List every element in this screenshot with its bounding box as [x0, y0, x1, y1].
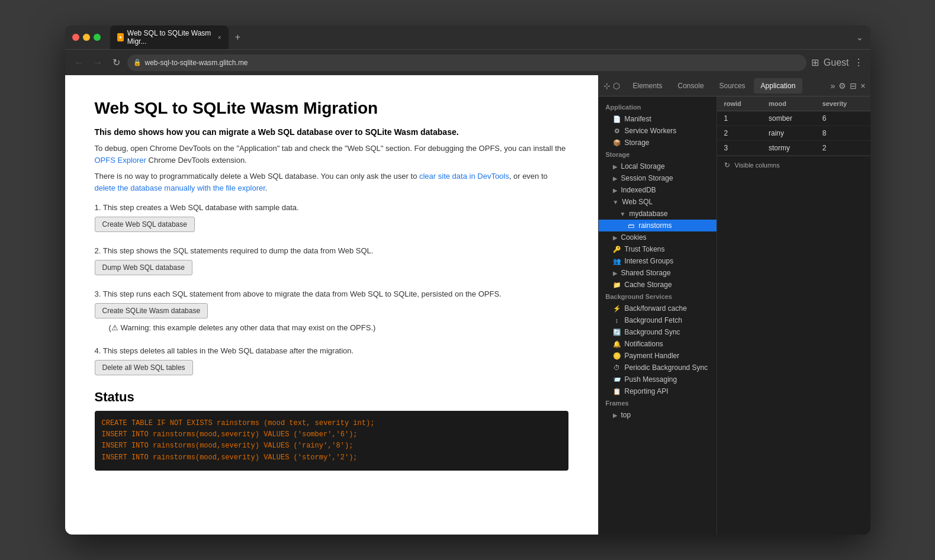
sidebar-item-label: mydatabase	[629, 210, 667, 218]
devtools-close-icon[interactable]: ×	[860, 81, 865, 91]
sidebar-item-session-storage[interactable]: ▶Session Storage	[599, 172, 716, 184]
table-row[interactable]: 1 somber 6	[717, 111, 870, 126]
opfs-link[interactable]: OPFS Explorer	[95, 156, 146, 165]
sidebar-item-push-messaging[interactable]: 📨Push Messaging	[599, 374, 716, 385]
tab-elements[interactable]: Elements	[626, 78, 670, 94]
item-icon: 📁	[613, 281, 621, 289]
item-icon: 👥	[613, 257, 621, 265]
cell-mood: somber	[762, 111, 815, 126]
step-button-1[interactable]: Dump Web SQL database	[95, 260, 192, 275]
sidebar-item-local-storage[interactable]: ▶Local Storage	[599, 160, 716, 172]
sidebar-item-rainstorms[interactable]: 🗃rainstorms	[599, 220, 716, 231]
traffic-lights	[72, 34, 101, 41]
browser-window: ✦ Web SQL to SQLite Wasm Migr... × + ⌄ ←…	[65, 25, 870, 535]
steps-list: 1. This step creates a Web SQL database …	[95, 203, 568, 375]
extensions-icon[interactable]: ⊞	[811, 57, 819, 68]
step-description: 1. This step creates a Web SQL database …	[95, 203, 568, 212]
delete-paragraph: There is no way to programmatically dele…	[95, 170, 568, 194]
table-header-row: rowid mood severity	[717, 96, 870, 111]
sidebar-item-interest-groups[interactable]: 👥Interest Groups	[599, 255, 716, 267]
tab-application[interactable]: Application	[754, 78, 803, 94]
sidebar-item-shared-storage[interactable]: ▶Shared Storage	[599, 267, 716, 279]
step-button-3[interactable]: Delete all Web SQL tables	[95, 360, 193, 375]
sidebar-item-top[interactable]: ▶top	[599, 409, 716, 421]
step-button-2[interactable]: Create SQLite Wasm database	[95, 303, 208, 318]
omnibar: ← → ↻ 🔒 web-sql-to-sqlite-wasm.glitch.me…	[65, 49, 870, 75]
cell-rowid: 1	[717, 111, 762, 126]
sidebar-item-label: Periodic Background Sync	[625, 363, 708, 372]
item-icon: ⚙	[613, 127, 621, 135]
step-button-0[interactable]: Create Web SQL database	[95, 217, 195, 232]
sidebar-item-web-sql[interactable]: ▼Web SQL	[599, 196, 716, 208]
item-icon: 🔔	[613, 340, 621, 348]
sidebar-item-back/forward-cache[interactable]: ⚡Back/forward cache	[599, 302, 716, 314]
tab-sources[interactable]: Sources	[712, 78, 753, 94]
clear-site-data-link[interactable]: clear site data in DevTools	[419, 172, 509, 181]
tab-close-button[interactable]: ×	[218, 34, 221, 41]
minimize-traffic-light[interactable]	[83, 34, 90, 41]
sidebar-section-header: Background Services	[599, 291, 716, 302]
sidebar-item-label: Session Storage	[621, 174, 673, 182]
item-icon: ↕	[613, 316, 621, 324]
sidebar-item-label: Trust Tokens	[625, 245, 665, 253]
address-bar[interactable]: 🔒 web-sql-to-sqlite-wasm.glitch.me	[127, 54, 807, 71]
col-rowid: rowid	[717, 96, 762, 111]
delete-text1: There is no way to programmatically dele…	[95, 172, 419, 181]
sidebar-item-label: Storage	[625, 139, 650, 147]
forward-button[interactable]: →	[91, 55, 105, 70]
sidebar-item-background-sync[interactable]: 🔄Background Sync	[599, 326, 716, 338]
menu-icon[interactable]: ⋮	[854, 57, 863, 68]
table-row[interactable]: 2 rainy 8	[717, 126, 870, 141]
sidebar-item-label: Local Storage	[621, 162, 665, 170]
devtools-bottom-bar: ↻ Visible columns	[717, 156, 870, 174]
sidebar-item-storage[interactable]: 📦Storage	[599, 137, 716, 149]
sidebar-item-label: rainstorms	[639, 221, 672, 230]
maximize-traffic-light[interactable]	[94, 34, 101, 41]
sidebar-item-cookies[interactable]: ▶Cookies	[599, 231, 716, 243]
debug-text1: To debug, open Chrome DevTools on the "A…	[95, 144, 566, 153]
col-severity: severity	[815, 96, 870, 111]
lock-icon: 🔒	[133, 59, 142, 66]
sidebar-item-payment-handler[interactable]: 🪙Payment Handler	[599, 350, 716, 362]
cursor-icon[interactable]: ⊹	[603, 81, 611, 91]
sidebar-item-mydatabase[interactable]: ▼mydatabase	[599, 208, 716, 220]
content-area: Web SQL to SQLite Wasm Migration This de…	[65, 75, 870, 535]
sidebar-item-periodic-background-sync[interactable]: ⏱Periodic Background Sync	[599, 362, 716, 374]
devtools-settings-icon[interactable]: ⚙	[838, 81, 846, 91]
sidebar-item-service-workers[interactable]: ⚙Service Workers	[599, 125, 716, 137]
item-icon: 🗃	[627, 221, 635, 230]
delete-text3: .	[265, 184, 268, 192]
sidebar-item-label: Background Fetch	[625, 316, 682, 324]
expand-arrow: ▼	[613, 199, 619, 205]
device-icon[interactable]: ⬡	[613, 81, 620, 91]
cell-severity: 6	[815, 111, 870, 126]
devtools-dock-icon[interactable]: ⊟	[850, 81, 857, 91]
sidebar-item-trust-tokens[interactable]: 🔑Trust Tokens	[599, 243, 716, 255]
more-tabs-icon[interactable]: »	[831, 81, 836, 91]
manual-delete-link[interactable]: delete the database manually with the fi…	[95, 184, 265, 192]
tab-favicon: ✦	[117, 33, 124, 41]
close-traffic-light[interactable]	[72, 34, 79, 41]
active-tab[interactable]: ✦ Web SQL to SQLite Wasm Migr... ×	[110, 25, 229, 49]
back-button[interactable]: ←	[72, 55, 86, 70]
visible-columns-button[interactable]: Visible columns	[735, 162, 780, 169]
delete-text2: , or even to	[509, 172, 548, 181]
expand-arrow: ▶	[613, 412, 618, 419]
sidebar-item-cache-storage[interactable]: 📁Cache Storage	[599, 279, 716, 291]
table-row[interactable]: 3 stormy 2	[717, 141, 870, 156]
refresh-button[interactable]: ↻	[110, 54, 123, 70]
refresh-icon[interactable]: ↻	[724, 161, 730, 169]
sidebar-item-label: top	[621, 411, 631, 419]
sidebar-item-notifications[interactable]: 🔔Notifications	[599, 338, 716, 350]
sidebar-item-indexeddb[interactable]: ▶IndexedDB	[599, 184, 716, 196]
debug-paragraph: To debug, open Chrome DevTools on the "A…	[95, 143, 568, 166]
new-tab-button[interactable]: +	[231, 30, 245, 44]
profile-label[interactable]: Guest	[824, 57, 849, 68]
tab-console[interactable]: Console	[671, 78, 711, 94]
cell-mood: stormy	[762, 141, 815, 156]
item-icon: 🪙	[613, 352, 621, 360]
page-title: Web SQL to SQLite Wasm Migration	[95, 99, 568, 118]
sidebar-item-manifest[interactable]: 📄Manifest	[599, 113, 716, 125]
sidebar-item-background-fetch[interactable]: ↕Background Fetch	[599, 314, 716, 326]
sidebar-item-reporting-api[interactable]: 📋Reporting API	[599, 385, 716, 397]
